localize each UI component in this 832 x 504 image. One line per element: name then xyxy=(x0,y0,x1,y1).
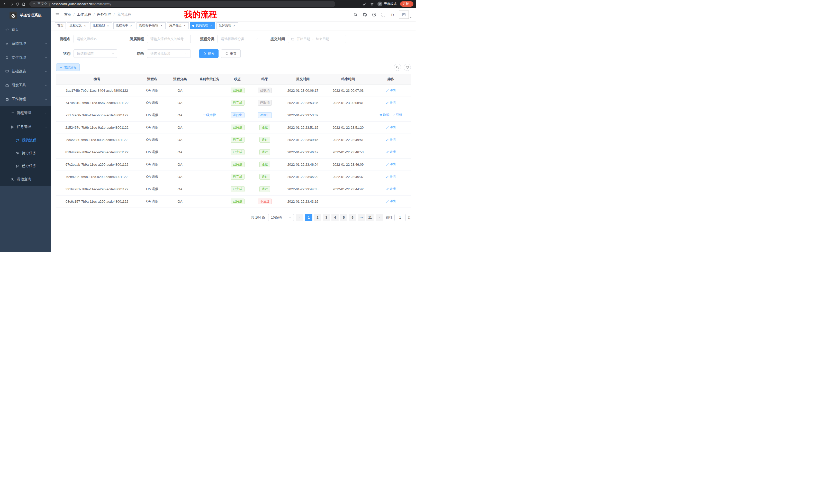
detail-link[interactable]: 详情 xyxy=(386,199,396,203)
star-icon[interactable] xyxy=(370,2,374,6)
toggle-search-button[interactable] xyxy=(394,64,401,71)
arrow-left-button[interactable] xyxy=(3,2,8,7)
tab[interactable]: 流程表单-编辑 × xyxy=(136,22,165,29)
current-task-link[interactable]: 一级审批 xyxy=(203,113,216,117)
address-bar[interactable]: 不安全 | dashboard.yudao.iocoder.cn/bpm/tas… xyxy=(29,1,335,7)
process-definition-input[interactable] xyxy=(147,35,191,43)
breadcrumb-item[interactable]: 任务管理 xyxy=(97,12,111,17)
tab-close-icon[interactable]: × xyxy=(129,24,133,27)
cell-category: OA xyxy=(166,158,193,171)
cell-status: 已完成 xyxy=(226,183,250,195)
sidebar-item[interactable]: 请假查询 xyxy=(0,172,51,186)
tab-label: 用户分组 xyxy=(169,23,182,28)
detail-link[interactable]: 详情 xyxy=(386,162,396,166)
tab-close-icon[interactable]: × xyxy=(183,24,186,27)
result-select[interactable]: 请选择流结果 xyxy=(147,49,191,58)
page-button[interactable]: 5 xyxy=(340,214,347,221)
tab-close-icon[interactable]: × xyxy=(232,24,236,27)
detail-link[interactable]: 详情 xyxy=(386,101,396,105)
app-logo-row[interactable]: 芋道管理系统 xyxy=(0,8,51,23)
chevron-down-icon xyxy=(255,37,258,40)
sidebar-item[interactable]: 首页 xyxy=(0,23,51,37)
filter-form: 流程名 所属流程 流程分类 请选择流程分类 xyxy=(56,35,411,58)
arrow-right-button[interactable] xyxy=(9,2,14,7)
sidebar-item[interactable]: 流程管理 xyxy=(0,106,51,120)
search-button[interactable]: 搜索 xyxy=(199,49,218,58)
tab[interactable]: 发起流程 × xyxy=(216,22,238,29)
cell-process-name: OA 请假 xyxy=(138,134,166,146)
tab-close-icon[interactable]: × xyxy=(83,24,87,27)
tab[interactable]: 流程表单 × xyxy=(113,22,135,29)
cell-status: 已完成 xyxy=(226,158,250,171)
tab[interactable]: 用户分组 × xyxy=(167,22,189,29)
breadcrumb-item[interactable]: 首页 xyxy=(64,12,71,17)
next-page-button[interactable] xyxy=(375,214,383,221)
page-button[interactable]: 6 xyxy=(349,214,356,221)
key-icon[interactable] xyxy=(363,2,367,6)
sidebar-item[interactable]: 研发工具 xyxy=(0,78,51,92)
page-button[interactable]: 11 xyxy=(366,214,373,221)
detail-link[interactable]: 详情 xyxy=(386,125,396,130)
cancel-link[interactable]: 取消 xyxy=(379,113,389,117)
sidebar-item[interactable]: 待办任务 xyxy=(0,147,51,160)
cell-current-task xyxy=(193,84,226,96)
detail-link[interactable]: 详情 xyxy=(392,113,402,117)
sidebar-item[interactable]: 支付管理 xyxy=(0,51,51,64)
sidebar-item[interactable]: 任务管理 xyxy=(0,120,51,134)
page-button[interactable]: 4 xyxy=(331,214,339,221)
active-tab-dot xyxy=(192,25,194,27)
fullscreen-button[interactable] xyxy=(381,12,386,18)
pager-ellipsis[interactable]: ··· xyxy=(358,214,365,221)
tab[interactable]: 我的流程 × xyxy=(190,22,215,29)
status-select[interactable]: 请选择状态 xyxy=(74,49,117,58)
edit-icon xyxy=(386,138,389,141)
detail-link[interactable]: 详情 xyxy=(386,150,396,154)
help-button[interactable] xyxy=(371,12,377,18)
table-row: 03c6c157-7b9a-11ec-a290-acde48001122 OA … xyxy=(56,195,411,207)
sidebar-item[interactable]: 基础设施 xyxy=(0,64,51,78)
tab[interactable]: 流程定义 × xyxy=(67,22,89,29)
dots-vertical-icon[interactable] xyxy=(409,2,413,6)
status-tag: 已完成 xyxy=(231,137,244,143)
detail-link[interactable]: 详情 xyxy=(386,137,396,142)
sidebar-item[interactable]: 系统管理 xyxy=(0,37,51,51)
main: 首页/工作流程/任务管理/我的流程 我的流程 TT 首页 流程定义 × 流程模型… xyxy=(51,8,416,252)
github-button[interactable] xyxy=(362,12,368,18)
page-button[interactable]: 3 xyxy=(323,214,330,221)
tab-close-icon[interactable]: × xyxy=(106,24,110,27)
page-url: dashboard.yudao.iocoder.cn/bpm/task/my xyxy=(52,2,111,6)
goto-page-input[interactable] xyxy=(394,214,406,221)
update-button[interactable]: 更新 xyxy=(400,1,413,7)
status-tag: 已完成 xyxy=(231,88,244,93)
process-name-input[interactable] xyxy=(74,35,117,43)
user-menu[interactable] xyxy=(399,10,412,19)
reset-button[interactable]: 重置 xyxy=(221,49,241,58)
prev-page-button[interactable] xyxy=(296,214,303,221)
detail-link[interactable]: 详情 xyxy=(386,187,396,191)
refresh-button[interactable] xyxy=(15,2,20,7)
sidebar-item[interactable]: 工作流程 xyxy=(0,92,51,106)
tab[interactable]: 流程模型 × xyxy=(90,22,112,29)
detail-link[interactable]: 详情 xyxy=(386,174,396,179)
font-size-button[interactable]: TT xyxy=(390,12,395,18)
breadcrumb-item[interactable]: 工作流程 xyxy=(77,12,91,17)
tab-close-icon[interactable]: × xyxy=(160,24,163,27)
table-row: 52ffd28e-7b9a-11ec-a290-acde48001122 OA … xyxy=(56,171,411,183)
submit-time-range[interactable]: 开始日期 - 结束日期 xyxy=(288,35,346,43)
category-select[interactable]: 请选择流程分类 xyxy=(217,35,261,43)
hamburger-icon[interactable] xyxy=(55,12,60,17)
cell-status: 已完成 xyxy=(226,96,250,109)
create-process-button[interactable]: 发起流程 xyxy=(56,63,80,71)
home-button[interactable] xyxy=(21,2,26,7)
tab-close-icon[interactable]: × xyxy=(209,24,213,27)
tab[interactable]: 首页 xyxy=(55,22,66,29)
page-size-select[interactable]: 10条/页 xyxy=(268,214,294,221)
page-button[interactable]: 1 xyxy=(305,214,312,221)
table-row: 7470a810-7b9b-11ec-b5b7-acde48001122 OA … xyxy=(56,96,411,109)
sidebar-item[interactable]: 我的流程 xyxy=(0,134,51,147)
page-button[interactable]: 2 xyxy=(314,214,321,221)
detail-link[interactable]: 详情 xyxy=(386,88,396,92)
search-button[interactable] xyxy=(353,12,358,18)
refresh-table-button[interactable] xyxy=(404,64,411,71)
sidebar-item[interactable]: 已办任务 xyxy=(0,160,51,172)
